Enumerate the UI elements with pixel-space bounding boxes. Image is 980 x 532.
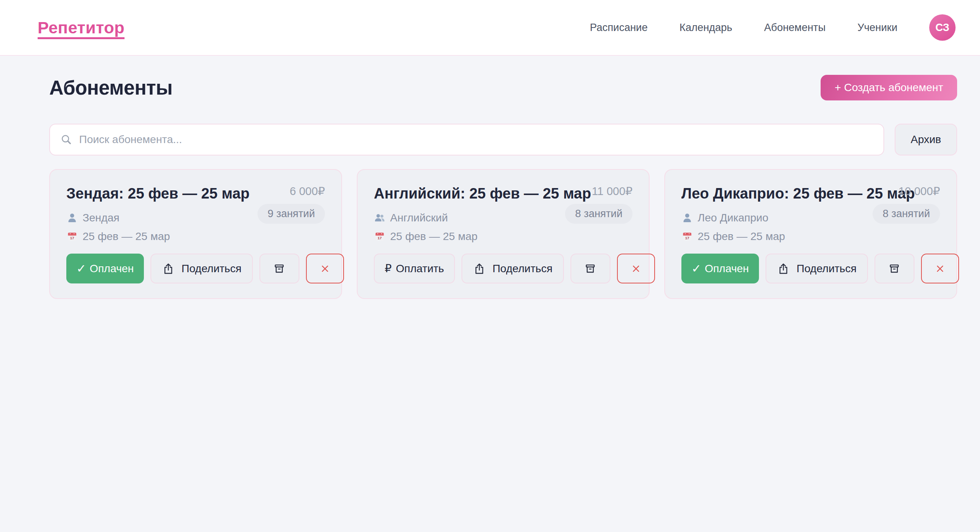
paid-status-button[interactable]: ✓ Оплачен — [66, 254, 144, 283]
archive-box-icon — [888, 262, 901, 275]
card-actions: ✓ Оплачен Поделиться — [66, 254, 325, 283]
page-header-row: Абонементы + Создать абонемент — [49, 75, 957, 100]
main-nav: Расписание Календарь Абонементы Ученики … — [590, 14, 956, 41]
subscription-price: 10 000₽ — [899, 185, 940, 198]
search-row: Архив — [49, 124, 957, 155]
subscription-card: Лео Дикаприо: 25 фев — 25 мар Лео Дикапр… — [664, 169, 957, 299]
paid-status-label: Оплачен — [90, 263, 134, 275]
archive-card-button[interactable] — [570, 254, 610, 283]
app-screen: Репетитор Расписание Календарь Абонемент… — [0, 0, 980, 532]
search-box — [49, 124, 884, 155]
card-actions: ₽ Оплатить Поделиться — [374, 254, 633, 283]
period-row: 17 25 фев — 25 мар — [374, 230, 559, 243]
nav-item-subscriptions[interactable]: Абонементы — [764, 22, 826, 34]
app-logo-link[interactable]: Репетитор — [38, 18, 124, 37]
student-row: Английский — [374, 212, 559, 224]
student-name: Зендая — [83, 212, 119, 224]
sessions-badge: 8 занятий — [565, 204, 633, 224]
pay-button[interactable]: ₽ Оплатить — [374, 254, 455, 283]
nav-item-schedule[interactable]: Расписание — [590, 22, 648, 34]
person-icon — [681, 212, 693, 224]
create-subscription-button[interactable]: + Создать абонемент — [821, 75, 957, 100]
svg-text:17: 17 — [70, 236, 74, 240]
subscription-title: Зендая: 25 фев — 25 мар — [66, 185, 251, 202]
period-dates: 25 фев — 25 мар — [698, 230, 785, 243]
share-button[interactable]: Поделиться — [150, 254, 253, 283]
student-name: Английский — [390, 212, 448, 224]
archive-box-icon — [273, 262, 286, 275]
check-icon: ✓ — [691, 263, 701, 275]
share-label: Поделиться — [797, 263, 857, 275]
check-icon: ✓ — [76, 263, 86, 275]
ruble-icon: ₽ — [385, 263, 392, 274]
subscription-title: Английский: 25 фев — 25 мар — [374, 185, 559, 202]
sessions-badge: 8 занятий — [873, 204, 940, 224]
delete-card-button[interactable] — [617, 254, 655, 283]
student-row: Зендая — [66, 212, 251, 224]
student-name: Лео Дикаприо — [698, 212, 768, 224]
nav-item-students[interactable]: Ученики — [857, 22, 897, 34]
close-icon — [934, 263, 946, 275]
delete-card-button[interactable] — [921, 254, 959, 283]
page-title: Абонементы — [49, 76, 173, 99]
share-label: Поделиться — [181, 263, 242, 275]
nav-item-calendar[interactable]: Календарь — [679, 22, 732, 34]
paid-status-label: Оплачен — [705, 263, 749, 275]
user-avatar[interactable]: СЗ — [929, 14, 956, 41]
main-content: Абонементы + Создать абонемент Архив — [0, 56, 980, 299]
share-icon — [162, 262, 175, 275]
calendar-icon: 17 — [681, 231, 693, 242]
sessions-badge: 9 занятий — [258, 204, 325, 224]
close-icon — [319, 263, 331, 275]
period-dates: 25 фев — 25 мар — [390, 230, 477, 243]
calendar-icon: 17 — [66, 231, 78, 242]
subscription-price: 6 000₽ — [290, 185, 325, 198]
subscription-price: 11 000₽ — [592, 185, 633, 198]
subscription-card: Английский: 25 фев — 25 мар — [357, 169, 650, 299]
paid-status-button[interactable]: ✓ Оплачен — [681, 254, 759, 283]
svg-text:17: 17 — [685, 236, 689, 240]
share-button[interactable]: Поделиться — [461, 254, 564, 283]
pay-label: Оплатить — [396, 263, 444, 275]
student-row: Лео Дикаприо — [681, 212, 866, 224]
period-row: 17 25 фев — 25 мар — [681, 230, 866, 243]
share-icon — [473, 262, 486, 275]
share-label: Поделиться — [493, 263, 553, 275]
period-dates: 25 фев — 25 мар — [83, 230, 170, 243]
archive-card-button[interactable] — [259, 254, 299, 283]
subscription-cards-list: Зендая: 25 фев — 25 мар Зендая — [49, 169, 957, 299]
subscription-card: Зендая: 25 фев — 25 мар Зендая — [49, 169, 342, 299]
svg-text:17: 17 — [378, 236, 382, 240]
calendar-icon: 17 — [374, 231, 385, 242]
people-icon — [374, 212, 385, 224]
search-input[interactable] — [78, 133, 873, 146]
delete-card-button[interactable] — [306, 254, 344, 283]
archive-filter-button[interactable]: Архив — [895, 124, 957, 155]
person-icon — [66, 212, 78, 224]
archive-card-button[interactable] — [875, 254, 914, 283]
archive-box-icon — [584, 262, 597, 275]
card-actions: ✓ Оплачен Поделиться — [681, 254, 940, 283]
period-row: 17 25 фев — 25 мар — [66, 230, 251, 243]
share-button[interactable]: Поделиться — [766, 254, 868, 283]
top-navbar: Репетитор Расписание Календарь Абонемент… — [0, 0, 980, 56]
share-icon — [777, 262, 790, 275]
subscription-title: Лео Дикаприо: 25 фев — 25 мар — [681, 185, 866, 202]
search-icon — [60, 133, 73, 146]
close-icon — [630, 263, 642, 275]
